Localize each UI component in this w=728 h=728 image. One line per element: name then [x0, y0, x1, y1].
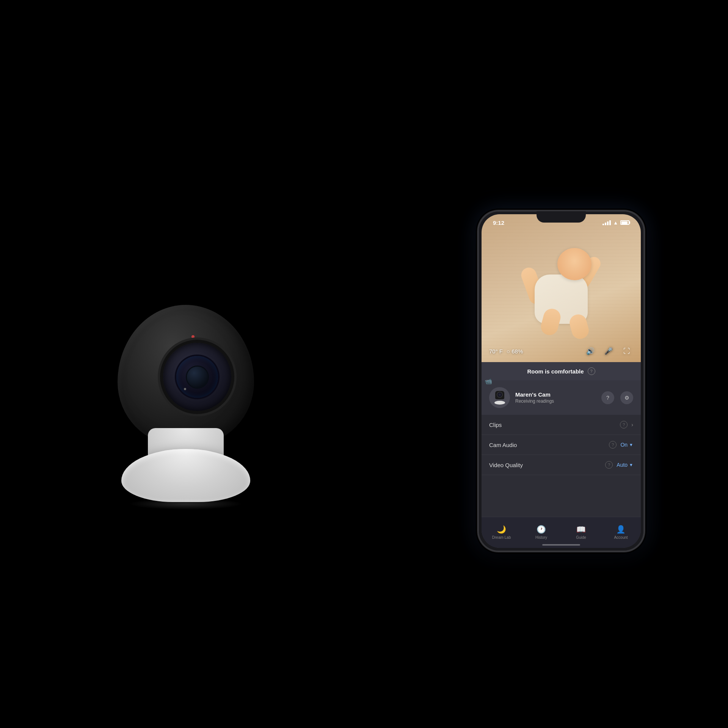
camera-led-indicator — [191, 335, 195, 338]
video-quality-value[interactable]: Auto ▼ — [617, 462, 633, 468]
microphone-icon[interactable]: 🎤 — [602, 345, 615, 358]
account-label: Account — [614, 535, 628, 540]
camera-feed-area[interactable]: 70° F ○ 68% 🔊 🎤 ⛶ — [482, 214, 641, 362]
side-cam-icon: 📹 — [485, 378, 492, 385]
device-card[interactable]: Maren's Cam Receiving readings ? ⚙ — [482, 380, 641, 415]
tab-dream-lab[interactable]: 🌙 Dream Lab — [482, 517, 521, 544]
tab-history[interactable]: 🕐 History — [521, 517, 561, 544]
tab-account[interactable]: 👤 Account — [601, 517, 641, 544]
camera-base-shadow — [129, 498, 243, 510]
clips-label: Clips — [489, 422, 617, 428]
main-scene: Owlet 9:12 — [0, 0, 728, 728]
status-time: 9:12 — [493, 220, 504, 226]
device-help-button[interactable]: ? — [601, 391, 614, 404]
phone-device: 9:12 ▲ — [478, 210, 645, 552]
camera-lens-inner — [176, 356, 218, 398]
settings-menu-list: Clips ? › Cam Audio ? On ▼ — [482, 415, 641, 517]
history-icon: 🕐 — [537, 525, 546, 534]
guide-icon: 📖 — [576, 525, 586, 534]
baby-head — [557, 248, 592, 280]
phone-screen: 9:12 ▲ — [482, 214, 641, 548]
camera-product: Owlet — [106, 305, 265, 502]
camera-body-outer: Owlet — [106, 305, 265, 502]
tab-guide[interactable]: 📖 Guide — [561, 517, 601, 544]
camera-microphone-dot — [184, 388, 186, 390]
baby-figure — [523, 244, 599, 343]
video-ctrl-icons: 🔊 🎤 ⛶ — [584, 345, 633, 358]
guide-label: Guide — [576, 535, 586, 540]
camera-lens-outer — [163, 343, 231, 411]
phone-notch — [537, 211, 586, 223]
room-status-text: Room is comfortable — [527, 368, 584, 375]
status-icons: ▲ — [602, 220, 629, 226]
mini-camera-icon — [494, 391, 506, 405]
camera-main-body — [118, 305, 254, 445]
video-quality-menu-item[interactable]: Video Quality ? Auto ▼ — [482, 455, 641, 475]
cam-audio-dropdown-icon: ▼ — [629, 442, 633, 447]
volume-icon[interactable]: 🔊 — [584, 345, 597, 358]
video-quality-help-icon[interactable]: ? — [605, 461, 613, 469]
room-status-help-button[interactable]: ? — [588, 367, 595, 375]
dream-lab-label: Dream Lab — [492, 535, 511, 540]
wifi-icon: ▲ — [613, 220, 618, 226]
dream-lab-icon: 🌙 — [497, 525, 506, 534]
video-quality-label: Video Quality — [489, 462, 602, 468]
temperature-display: 70° F — [489, 348, 503, 355]
phone-frame: 9:12 ▲ — [478, 210, 645, 552]
cam-audio-value[interactable]: On ▼ — [620, 442, 633, 448]
clips-menu-item[interactable]: Clips ? › — [482, 415, 641, 435]
device-settings-button[interactable]: ⚙ — [620, 391, 633, 404]
signal-icon — [602, 220, 611, 225]
clips-help-icon[interactable]: ? — [620, 421, 628, 428]
camera-lens-core — [187, 367, 208, 388]
app-content: Room is comfortable ? — [482, 362, 641, 548]
device-icon — [489, 387, 510, 408]
cam-audio-label: Cam Audio — [489, 442, 606, 448]
baby-view — [482, 231, 641, 356]
home-indicator — [542, 544, 580, 546]
camera-base — [121, 449, 250, 502]
history-label: History — [535, 535, 547, 540]
video-controls-bar: 70° F ○ 68% 🔊 🎤 ⛶ — [482, 345, 641, 358]
device-actions: ? ⚙ — [601, 391, 633, 404]
cam-audio-help-icon[interactable]: ? — [609, 441, 617, 449]
fullscreen-icon[interactable]: ⛶ — [620, 345, 633, 358]
account-icon: 👤 — [616, 525, 626, 534]
battery-icon — [620, 220, 629, 225]
tab-bar: 🌙 Dream Lab 🕐 History 📖 Guide 👤 — [482, 517, 641, 548]
cam-audio-menu-item[interactable]: Cam Audio ? On ▼ — [482, 435, 641, 455]
room-status-bar: Room is comfortable ? — [482, 362, 641, 380]
video-quality-dropdown-icon: ▼ — [629, 463, 633, 467]
clips-arrow-icon: › — [631, 422, 633, 428]
humidity-display: ○ 68% — [507, 348, 523, 355]
